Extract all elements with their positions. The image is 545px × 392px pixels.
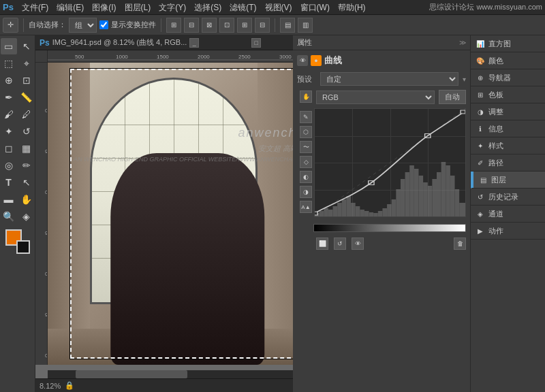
horizontal-scrollbar[interactable] <box>48 370 327 378</box>
menu-file[interactable]: 文件(F) <box>18 0 52 15</box>
vertical-ruler: 5 10 15 20 25 30 35 40 45 50 <box>35 63 48 365</box>
hand-tool[interactable]: ✋ <box>18 191 35 208</box>
curve-smooth-icon[interactable]: 〜 <box>300 141 312 153</box>
distribute1-btn[interactable]: ⊞ <box>237 18 252 33</box>
curve-brush-icon[interactable]: ⬡ <box>300 126 312 138</box>
history-brush-tool[interactable]: ↺ <box>18 123 35 140</box>
group2-btn[interactable]: ▥ <box>298 18 313 33</box>
move-tool-btn[interactable]: ✛ <box>3 18 18 33</box>
curves-graph[interactable] <box>314 108 466 217</box>
eraser-tool[interactable]: ◻ <box>1 140 17 157</box>
clone-stamp-tool[interactable]: ✦ <box>1 123 17 140</box>
properties-title: 属性 <box>297 37 312 48</box>
crop-tool[interactable]: ⊡ <box>18 72 35 88</box>
curve-line[interactable] <box>315 109 465 216</box>
extra-tool[interactable]: ◈ <box>18 208 35 225</box>
menu-filter[interactable]: 滤镜(T) <box>225 0 260 15</box>
path-selection-tool[interactable]: ↖ <box>18 174 35 191</box>
watermark-text: 思综设计论坛 www.missyuan.com <box>429 2 542 12</box>
curves-graph-wrapper: ✎ ⬡ 〜 ◇ ◐ ◑ A▲ <box>297 108 466 221</box>
styles-panel-header[interactable]: ✦ 样式 <box>471 137 545 154</box>
horizontal-ruler: 500 1000 1500 2000 2500 3000 350 <box>48 50 327 63</box>
curve-dark-icon[interactable]: ◑ <box>300 186 312 198</box>
rectangular-marquee-tool[interactable]: ⬚ <box>1 55 17 71</box>
align-right-btn[interactable]: ⊠ <box>202 18 217 33</box>
channel-select[interactable]: RGB 红 绿 蓝 <box>316 91 435 104</box>
paths-panel-header[interactable]: ✐ 路径 <box>471 154 545 171</box>
dodge-tool[interactable]: ◎ <box>1 157 17 174</box>
menu-layer[interactable]: 图层(L) <box>121 0 155 15</box>
selection-tool[interactable]: ▭ <box>1 38 17 54</box>
eyedropper-tool[interactable]: ✒ <box>1 89 17 105</box>
sidebar-panel-adjustments: ◑ 调整 <box>471 103 545 120</box>
rectangle-tool[interactable]: ▬ <box>1 191 17 208</box>
auto-button[interactable]: 自动 <box>439 90 466 104</box>
curves-eye-icon[interactable]: 👁 <box>297 55 308 66</box>
gradient-tool[interactable]: ▦ <box>18 140 35 157</box>
menu-window[interactable]: 窗口(W) <box>296 0 334 15</box>
curves-reset-icon[interactable]: ↺ <box>334 238 346 250</box>
right-sidebar: 📊 直方图 🎨 颜色 ⊕ 导航器 ⊞ 色板 <box>470 35 545 392</box>
doc-restore-btn[interactable]: □ <box>251 38 261 48</box>
sidebar-panel-channels: ◈ 通道 <box>471 206 545 223</box>
svg-rect-55 <box>461 110 465 114</box>
history-panel-header[interactable]: ↺ 历史记录 <box>471 189 545 205</box>
styles-icon: ✦ <box>475 140 486 151</box>
ruler-tool[interactable]: 📏 <box>18 89 35 105</box>
adjustments-panel-header[interactable]: ◑ 调整 <box>471 103 545 120</box>
preset-select[interactable]: 自定 <box>320 72 458 86</box>
curve-hand-icon[interactable]: ✋ <box>300 91 312 103</box>
svg-text:2500: 2500 <box>238 54 251 60</box>
channels-label: 通道 <box>488 209 503 219</box>
background-color[interactable] <box>16 240 30 254</box>
zoom-tool[interactable]: 🔍 <box>1 208 17 225</box>
lasso-tool[interactable]: ⌖ <box>18 55 35 71</box>
spot-healing-tool[interactable]: 🖌 <box>1 106 17 122</box>
preset-dropdown-icon: ▾ <box>463 76 466 83</box>
menu-help[interactable]: 帮助(H) <box>334 0 370 15</box>
curve-light-icon[interactable]: ◐ <box>300 171 312 183</box>
histogram-panel-header[interactable]: 📊 直方图 <box>471 35 545 52</box>
auto-select-dropdown[interactable]: 组 <box>69 18 97 33</box>
curve-aa-icon[interactable]: A▲ <box>300 201 312 213</box>
curves-trash-icon[interactable]: 🗑 <box>454 238 466 250</box>
menu-view[interactable]: 视图(V) <box>261 0 296 15</box>
navigator-panel-header[interactable]: ⊕ 导航器 <box>471 69 545 86</box>
svg-rect-54 <box>315 212 317 215</box>
direct-selection-tool[interactable]: ↖ <box>18 38 35 54</box>
channels-panel-header[interactable]: ◈ 通道 <box>471 206 545 222</box>
align-top-btn[interactable]: ⊡ <box>219 18 234 33</box>
photo-watermark: anwenchao 安文超 高端修图 AN WENCHAO HIGH-END G… <box>74 123 313 165</box>
info-panel-header[interactable]: ℹ 信息 <box>471 120 545 137</box>
properties-expand-btn[interactable]: ≫ <box>459 39 466 46</box>
layers-icon: ▤ <box>478 174 488 185</box>
info-label: 信息 <box>488 124 503 134</box>
curve-point-icon[interactable]: ◇ <box>300 156 312 168</box>
color-swatches[interactable] <box>5 229 30 254</box>
layers-panel-header[interactable]: ▤ 图层 <box>472 172 545 188</box>
pen-tool[interactable]: ✏ <box>18 157 35 174</box>
swatches-panel-header[interactable]: ⊞ 色板 <box>471 86 545 103</box>
curve-pencil-icon[interactable]: ✎ <box>300 111 312 123</box>
group1-btn[interactable]: ▤ <box>280 18 295 33</box>
menu-edit[interactable]: 编辑(E) <box>52 0 88 15</box>
doc-minimize-btn[interactable]: _ <box>189 38 199 48</box>
text-tool[interactable]: T <box>1 174 17 191</box>
scrollbar-thumb[interactable] <box>76 370 187 378</box>
document-titlebar: Ps IMG_9641.psd @ 8.12% (曲线 4, RGB... _ … <box>35 35 327 50</box>
brush-tool[interactable]: 🖊 <box>18 106 35 122</box>
menu-select[interactable]: 选择(S) <box>190 0 225 15</box>
menu-image[interactable]: 图像(I) <box>88 0 120 15</box>
show-transform-checkbox[interactable] <box>99 20 108 29</box>
zoom-level: 8.12% <box>40 382 61 390</box>
curves-node-icon[interactable]: ⬜ <box>316 238 328 250</box>
color-panel-header[interactable]: 🎨 颜色 <box>471 52 545 69</box>
wall-left <box>48 63 90 365</box>
align-center-btn[interactable]: ⊟ <box>184 18 199 33</box>
align-left-btn[interactable]: ⊞ <box>166 18 181 33</box>
actions-panel-header[interactable]: ▶ 动作 <box>471 223 545 239</box>
distribute2-btn[interactable]: ⊟ <box>255 18 270 33</box>
menu-text[interactable]: 文字(Y) <box>155 0 190 15</box>
quick-select-tool[interactable]: ⊕ <box>1 72 17 88</box>
curves-eye2-icon[interactable]: 👁 <box>352 238 364 250</box>
